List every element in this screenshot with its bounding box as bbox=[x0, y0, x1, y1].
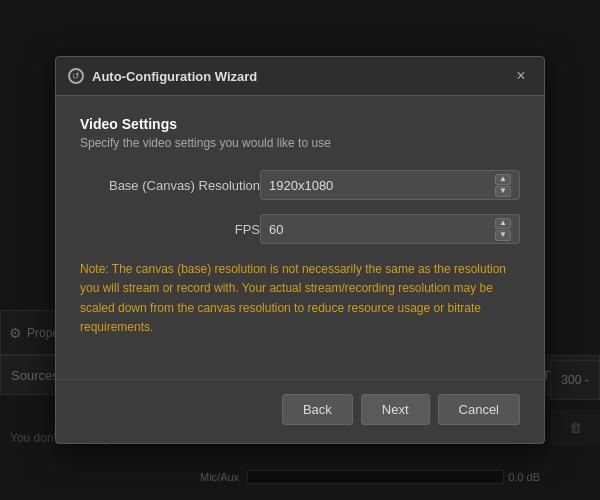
note-text: Note: The canvas (base) resolution is no… bbox=[80, 262, 506, 334]
fps-spinbox[interactable]: 60 ▲ ▼ bbox=[260, 214, 520, 244]
resolution-value: 1920x1080 bbox=[269, 178, 333, 193]
fps-label: FPS bbox=[80, 222, 260, 237]
wizard-icon: ↺ bbox=[68, 68, 84, 84]
fps-row: FPS 60 ▲ ▼ bbox=[80, 214, 520, 244]
modal-dialog: ↺ Auto-Configuration Wizard × Video Sett… bbox=[55, 56, 545, 444]
modal-footer: Back Next Cancel bbox=[56, 379, 544, 443]
fps-arrows: ▲ ▼ bbox=[495, 218, 511, 241]
fps-up-arrow[interactable]: ▲ bbox=[495, 218, 511, 229]
modal-title: Auto-Configuration Wizard bbox=[92, 69, 257, 84]
resolution-row: Base (Canvas) Resolution 1920x1080 ▲ ▼ bbox=[80, 170, 520, 200]
resolution-up-arrow[interactable]: ▲ bbox=[495, 174, 511, 185]
modal-title-left: ↺ Auto-Configuration Wizard bbox=[68, 68, 257, 84]
next-button[interactable]: Next bbox=[361, 394, 430, 425]
resolution-spinbox[interactable]: 1920x1080 ▲ ▼ bbox=[260, 170, 520, 200]
close-button[interactable]: × bbox=[510, 65, 532, 87]
modal-titlebar: ↺ Auto-Configuration Wizard × bbox=[56, 57, 544, 96]
modal-body: Video Settings Specify the video setting… bbox=[56, 96, 544, 379]
modal-overlay: ↺ Auto-Configuration Wizard × Video Sett… bbox=[0, 0, 600, 500]
resolution-arrows: ▲ ▼ bbox=[495, 174, 511, 197]
resolution-control: 1920x1080 ▲ ▼ bbox=[260, 170, 520, 200]
fps-value: 60 bbox=[269, 222, 283, 237]
fps-control: 60 ▲ ▼ bbox=[260, 214, 520, 244]
resolution-down-arrow[interactable]: ▼ bbox=[495, 186, 511, 197]
back-button[interactable]: Back bbox=[282, 394, 353, 425]
note-box: Note: The canvas (base) resolution is no… bbox=[80, 258, 520, 339]
section-subtitle: Specify the video settings you would lik… bbox=[80, 136, 520, 150]
section-title: Video Settings bbox=[80, 116, 520, 132]
resolution-label: Base (Canvas) Resolution bbox=[80, 178, 260, 193]
fps-down-arrow[interactable]: ▼ bbox=[495, 230, 511, 241]
cancel-button[interactable]: Cancel bbox=[438, 394, 520, 425]
